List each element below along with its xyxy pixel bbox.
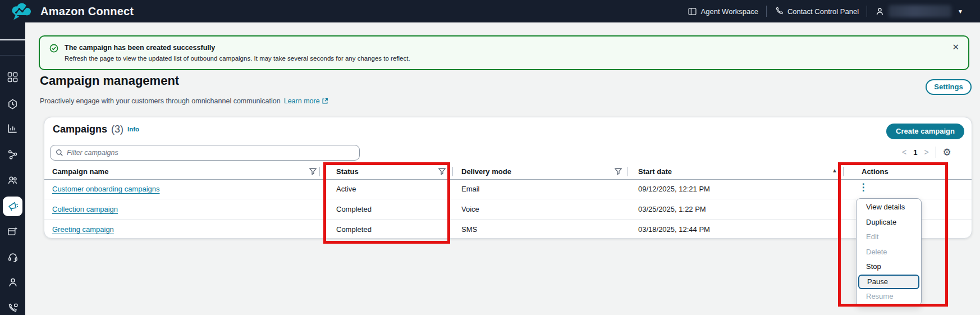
campaign-name-link[interactable]: Customer onboarding campaigns	[52, 185, 160, 193]
menu-item-delete: Delete	[857, 245, 921, 260]
left-navigation-rail	[0, 22, 25, 315]
phone-icon	[775, 7, 784, 16]
menu-item-resume: Resume	[857, 289, 921, 304]
delivery-mode-cell: Email	[461, 184, 480, 195]
apps-grid-icon	[7, 72, 18, 83]
topbar-divider	[867, 6, 867, 17]
filter-input-wrapper	[50, 145, 360, 161]
sidebar-item-telephony[interactable]	[0, 299, 25, 315]
external-link-icon	[322, 98, 328, 104]
menu-item-edit: Edit	[857, 230, 921, 245]
success-check-icon	[49, 44, 58, 53]
create-campaign-button[interactable]: Create campaign	[886, 124, 964, 139]
filter-funnel-icon[interactable]	[438, 168, 446, 175]
current-page-number[interactable]: 1	[913, 148, 917, 157]
contact-control-panel-link[interactable]: Contact Control Panel	[775, 7, 859, 16]
learn-more-link[interactable]: Learn more	[284, 97, 328, 105]
column-divider	[843, 167, 844, 176]
app-title: Amazon Connect	[40, 5, 134, 18]
filter-campaigns-input[interactable]	[67, 149, 336, 157]
column-header-delivery-mode[interactable]: Delivery mode	[461, 165, 511, 179]
topbar-divider	[766, 6, 767, 17]
menu-item-stop[interactable]: Stop	[857, 259, 921, 275]
top-navigation-bar: Amazon Connect Agent Workspace Contact C	[0, 0, 980, 22]
sidebar-item-agent-support[interactable]	[0, 248, 25, 267]
user-menu[interactable]: ▼	[875, 5, 963, 17]
user-icon	[875, 7, 885, 16]
sidebar-item-dashboard[interactable]	[0, 67, 25, 86]
chevron-down-icon[interactable]: ▼	[958, 8, 963, 15]
status-cell: Completed	[336, 204, 372, 215]
column-divider	[628, 167, 628, 176]
sort-ascending-icon[interactable]: ▲	[832, 167, 837, 174]
filter-funnel-icon[interactable]	[615, 168, 622, 175]
filter-funnel-icon[interactable]	[309, 168, 317, 175]
menu-item-view-details[interactable]: View details	[857, 200, 921, 215]
row-divider	[44, 219, 972, 220]
column-divider	[319, 167, 320, 176]
sidebar-item-profile[interactable]	[0, 273, 25, 292]
hexagon-clock-icon	[7, 99, 18, 109]
start-date-cell: 03/18/2025, 12:44 PM	[638, 224, 710, 235]
close-icon[interactable]: ✕	[952, 42, 959, 53]
campaigns-heading: Campaigns (3) Info	[53, 124, 139, 135]
sidebar-item-outbound-campaigns-active[interactable]	[3, 197, 22, 216]
table-header-border	[44, 179, 972, 180]
users-icon	[7, 175, 19, 186]
campaigns-heading-label: Campaigns	[53, 124, 107, 135]
row-actions-dropdown-menu: View details Duplicate Edit Delete Stop …	[856, 198, 922, 306]
user-name-redacted	[889, 5, 951, 17]
column-header-status[interactable]: Status	[336, 165, 359, 179]
search-icon	[56, 149, 63, 157]
sidebar-item-analytics[interactable]	[0, 118, 25, 138]
menu-item-pause[interactable]: Pause	[858, 275, 919, 290]
campaign-megaphone-icon	[7, 201, 19, 212]
row-actions-kebab-icon[interactable]: ⋮	[858, 181, 868, 194]
flow-branch-icon	[7, 149, 18, 160]
banner-message: Refresh the page to view the updated lis…	[65, 53, 410, 63]
pagination: < 1 > ⚙	[902, 145, 951, 159]
person-icon	[7, 277, 19, 288]
table-preferences-gear-icon[interactable]: ⚙	[943, 147, 951, 158]
delivery-mode-cell: Voice	[461, 204, 479, 215]
success-flash-banner: The campaign has been created successful…	[39, 35, 969, 70]
campaigns-card: Campaigns (3) Info Create campaign < 1 >…	[44, 117, 972, 239]
start-date-cell: 03/25/2025, 1:22 PM	[638, 204, 706, 215]
phone-gear-icon	[7, 303, 19, 314]
campaign-management-screen: Amazon Connect Agent Workspace Contact C	[0, 0, 980, 315]
headset-icon	[7, 252, 19, 263]
next-page-button[interactable]: >	[924, 148, 928, 157]
sidebar-item-users[interactable]	[0, 171, 25, 190]
pagination-divider	[936, 147, 936, 158]
sidebar-item-routing[interactable]	[0, 145, 25, 164]
topbar-utilities: Agent Workspace Contact Control Panel	[688, 0, 963, 22]
info-link[interactable]: Info	[127, 126, 139, 133]
status-cell: Active	[336, 184, 356, 195]
campaign-name-link[interactable]: Collection campaign	[52, 205, 118, 213]
campaigns-count: (3)	[111, 124, 123, 135]
agent-workspace-link[interactable]: Agent Workspace	[688, 7, 758, 16]
column-header-campaign-name[interactable]: Campaign name	[52, 165, 108, 179]
banner-title: The campaign has been created successful…	[65, 42, 410, 53]
menu-hamburger-icon[interactable]	[0, 30, 25, 49]
menu-item-duplicate[interactable]: Duplicate	[857, 215, 921, 230]
start-date-cell: 09/12/2025, 12:21 PM	[638, 184, 710, 195]
sidebar-divider	[0, 55, 25, 56]
column-divider	[452, 167, 453, 176]
campaign-name-link[interactable]: Greeting campaign	[52, 225, 114, 234]
row-divider	[44, 199, 972, 199]
column-header-actions: Actions	[862, 165, 889, 179]
page-subtitle: Proactively engage with your customers t…	[40, 97, 328, 105]
bar-chart-icon	[7, 123, 18, 134]
delivery-mode-cell: SMS	[461, 224, 477, 235]
column-header-start-date[interactable]: Start date	[638, 165, 672, 179]
previous-page-button[interactable]: <	[902, 148, 906, 157]
sidebar-item-tasks[interactable]	[0, 94, 25, 113]
page-title: Campaign management	[40, 74, 179, 88]
workspace-panel-icon	[688, 7, 697, 16]
settings-button[interactable]: Settings	[926, 79, 972, 95]
sidebar-item-views[interactable]	[0, 222, 25, 241]
panel-star-icon	[7, 226, 18, 237]
status-cell: Completed	[336, 224, 372, 235]
amazon-connect-logo-icon	[9, 2, 34, 21]
